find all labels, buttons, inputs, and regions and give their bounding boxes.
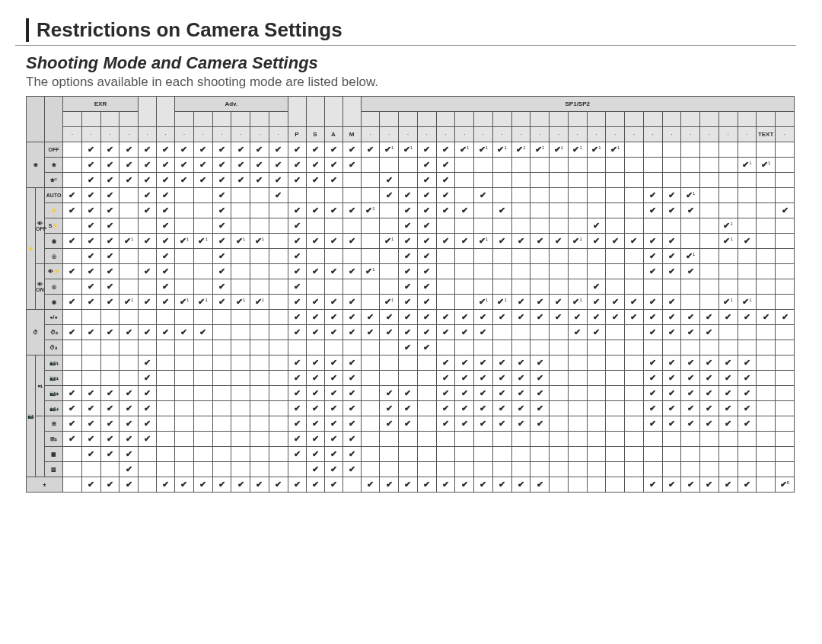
group-exr: EXR bbox=[63, 97, 139, 112]
cell: ✔1 bbox=[119, 295, 139, 310]
cell: ✔ bbox=[63, 432, 82, 447]
row-label: ●/● bbox=[45, 310, 63, 325]
cell bbox=[530, 249, 550, 264]
cell: ✔ bbox=[662, 416, 681, 432]
cell bbox=[474, 218, 493, 234]
cell bbox=[550, 218, 569, 234]
mode-col: · bbox=[212, 127, 231, 142]
cell bbox=[718, 173, 738, 188]
cell: ✔ bbox=[212, 203, 231, 218]
cell bbox=[269, 432, 288, 447]
cell: ✔ bbox=[100, 279, 119, 295]
cell: ✔1 bbox=[738, 158, 757, 173]
subtitle: Shooting Mode and Camera Settings bbox=[26, 53, 796, 73]
cell bbox=[587, 203, 606, 218]
cell: ✔ bbox=[718, 310, 738, 325]
cell: ✔ bbox=[738, 371, 757, 386]
cell: ✔ bbox=[417, 173, 436, 188]
cell: ✔ bbox=[139, 325, 157, 340]
cell: ✔ bbox=[380, 416, 399, 432]
cell bbox=[662, 462, 681, 477]
cell bbox=[511, 158, 530, 173]
cell bbox=[606, 462, 625, 477]
cell bbox=[776, 112, 795, 127]
cell bbox=[550, 371, 569, 386]
cell: ✔ bbox=[342, 158, 361, 173]
cell: ✔ bbox=[157, 142, 175, 158]
cell: ✔ bbox=[100, 325, 119, 340]
row-label: OFF bbox=[45, 142, 63, 158]
cell bbox=[681, 173, 700, 188]
cell bbox=[681, 279, 700, 295]
cell bbox=[492, 218, 511, 234]
cell bbox=[700, 295, 719, 310]
cell: ✔ bbox=[63, 416, 82, 432]
cell: ✔ bbox=[100, 295, 119, 310]
cell: ✔ bbox=[474, 325, 493, 340]
cell: ✔ bbox=[81, 142, 100, 158]
cell bbox=[324, 279, 342, 295]
cell: ✔ bbox=[212, 477, 231, 493]
cell bbox=[361, 173, 380, 188]
cell: ✔ bbox=[530, 386, 550, 401]
cell bbox=[681, 234, 700, 249]
cell bbox=[718, 462, 738, 477]
cell bbox=[139, 340, 157, 355]
cell: ✔ bbox=[455, 234, 474, 249]
cell: ✔ bbox=[324, 264, 342, 279]
cell bbox=[530, 432, 550, 447]
mode-col: · bbox=[250, 127, 269, 142]
cell bbox=[700, 218, 719, 234]
cell: ✔ bbox=[250, 158, 269, 173]
cell: ✔ bbox=[119, 401, 139, 416]
row-group-macro: ❀ bbox=[27, 142, 45, 188]
cell bbox=[738, 462, 757, 477]
cell: ✔ bbox=[681, 386, 700, 401]
cell bbox=[474, 340, 493, 355]
cell: ✔1 bbox=[380, 234, 399, 249]
cell bbox=[474, 173, 493, 188]
mode-col: · bbox=[436, 127, 455, 142]
cell bbox=[306, 249, 324, 264]
cell bbox=[625, 188, 644, 203]
cell bbox=[662, 112, 681, 127]
cell: ✔ bbox=[643, 355, 662, 371]
cell bbox=[342, 279, 361, 295]
mode-col: · bbox=[776, 127, 795, 142]
cell bbox=[193, 371, 212, 386]
cell bbox=[269, 386, 288, 401]
cell bbox=[776, 218, 795, 234]
cell: ✔ bbox=[157, 188, 175, 203]
cell: ✔ bbox=[587, 295, 606, 310]
cell bbox=[342, 173, 361, 188]
cell bbox=[361, 218, 380, 234]
cell: ✔ bbox=[718, 371, 738, 386]
cell bbox=[361, 447, 380, 462]
cell bbox=[157, 371, 175, 386]
cell: ✔ bbox=[63, 401, 82, 416]
cell bbox=[568, 355, 587, 371]
cell bbox=[681, 112, 700, 127]
cell bbox=[119, 203, 139, 218]
cell bbox=[342, 188, 361, 203]
cell: ✔ bbox=[231, 158, 250, 173]
mode-col: · bbox=[662, 127, 681, 142]
cell: ✔ bbox=[324, 355, 342, 371]
cell: ✔ bbox=[250, 142, 269, 158]
cell: ✔ bbox=[718, 386, 738, 401]
cell: ✔1 bbox=[119, 234, 139, 249]
cell: ✔1 bbox=[474, 295, 493, 310]
cell: ✔ bbox=[288, 264, 306, 279]
cell bbox=[587, 264, 606, 279]
cell bbox=[700, 173, 719, 188]
cell bbox=[776, 295, 795, 310]
cell: ✔ bbox=[643, 295, 662, 310]
cell: ✔ bbox=[306, 203, 324, 218]
cell bbox=[455, 249, 474, 264]
cell bbox=[100, 371, 119, 386]
cell: ✔ bbox=[530, 310, 550, 325]
cell: ✔1 bbox=[492, 295, 511, 310]
mode-col: · bbox=[100, 127, 119, 142]
cell: ✔ bbox=[100, 173, 119, 188]
cell: ✔ bbox=[63, 386, 82, 401]
